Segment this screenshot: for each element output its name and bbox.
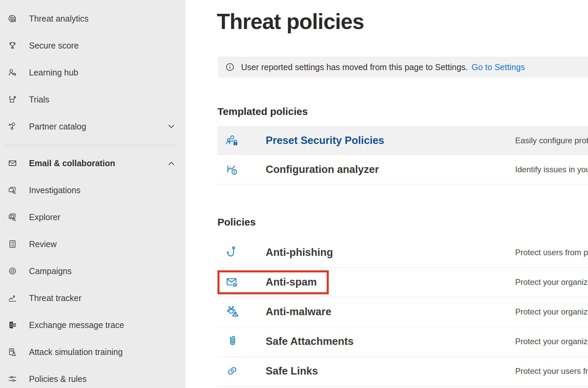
sidebar-item-label: Learning hub	[29, 68, 78, 78]
campaigns-icon	[7, 266, 18, 276]
explorer-icon	[7, 212, 18, 222]
anti-spam-icon	[225, 275, 240, 290]
sidebar-item-threat-analytics[interactable]: Threat analytics	[0, 5, 185, 32]
sidebar-item-label: Email & collaboration	[29, 158, 115, 168]
sidebar-item-learning-hub[interactable]: Learning hub	[0, 59, 185, 86]
sidebar-item-trials[interactable]: Trials	[0, 86, 185, 113]
row-label: Safe Attachments	[266, 335, 354, 348]
sidebar-item-label: Partner catalog	[29, 122, 86, 131]
page-title: Threat policies	[217, 9, 364, 34]
row-preset-security-policies[interactable]: Preset Security Policies Easily configur…	[217, 126, 588, 155]
sidebar-item-label: Trials	[29, 95, 49, 105]
row-description: Protect users from p	[515, 248, 588, 257]
sidebar-item-label: Threat analytics	[29, 14, 88, 24]
info-banner: User reported settings has moved from th…	[218, 57, 588, 78]
row-safe-links[interactable]: Safe Links Protect your users fr	[217, 356, 588, 386]
row-anti-malware[interactable]: Anti-malware Protect your organiz	[217, 297, 588, 327]
row-label: Anti-spam	[266, 276, 317, 288]
info-icon	[225, 62, 235, 72]
anti-phishing-icon	[225, 245, 240, 260]
sidebar-divider	[6, 145, 176, 145]
policies-rules-icon	[7, 374, 18, 384]
row-description: Protect your organiz	[515, 307, 588, 317]
row-label: Anti-phishing	[266, 246, 333, 259]
policies-heading: Policies	[217, 216, 256, 228]
sidebar-item-exchange-message-trace[interactable]: Exchange message trace	[0, 311, 185, 338]
chevron-down-icon[interactable]	[167, 124, 176, 129]
row-safe-attachments[interactable]: Safe Attachments Protect your organiz	[217, 327, 588, 357]
row-configuration-analyzer[interactable]: Configuration analyzer Identify issues i…	[217, 155, 588, 184]
sidebar-item-review[interactable]: Review	[0, 231, 185, 258]
configuration-analyzer-icon	[225, 162, 240, 177]
email-collaboration-icon	[7, 158, 18, 168]
threat-policies-page: Threat analytics Secure score Learni	[0, 0, 588, 388]
partner-catalog-icon	[7, 121, 18, 131]
sidebar-item-campaigns[interactable]: Campaigns	[0, 258, 185, 285]
review-icon	[7, 239, 18, 249]
sidebar-item-label: Threat tracker	[29, 293, 82, 303]
safe-links-icon	[225, 364, 240, 379]
go-to-settings-link[interactable]: Go to Settings	[472, 62, 525, 72]
row-label: Anti-malware	[266, 306, 331, 318]
row-anti-spam[interactable]: Anti-spam Protect your organiz	[217, 267, 588, 297]
row-description: Protect your organiz	[515, 277, 588, 287]
secure-score-icon	[7, 40, 18, 51]
row-anti-phishing[interactable]: Anti-phishing Protect users from p	[217, 238, 588, 268]
sidebar-item-label: Investigations	[29, 185, 81, 195]
preset-security-policies-icon	[225, 133, 240, 148]
row-description: Easily configure prot	[515, 136, 588, 145]
row-description: Protect your users fr	[515, 366, 588, 376]
sidebar-item-label: Secure score	[29, 41, 79, 51]
sidebar-item-label: Policies & rules	[29, 374, 87, 384]
row-label: Safe Links	[266, 365, 318, 377]
sidebar-item-policies-rules[interactable]: Policies & rules	[0, 365, 185, 388]
sidebar-item-label: Campaigns	[29, 266, 71, 276]
banner-text: User reported settings has moved from th…	[241, 62, 468, 72]
sidebar-item-threat-tracker[interactable]: Threat tracker	[0, 285, 185, 311]
row-label: Preset Security Policies	[266, 135, 384, 147]
sidebar-item-explorer[interactable]: Explorer	[0, 204, 185, 231]
exchange-message-trace-icon	[7, 320, 18, 330]
learning-hub-icon	[7, 67, 18, 78]
trials-icon	[7, 94, 18, 105]
sidebar: Threat analytics Secure score Learni	[0, 0, 185, 388]
main-content: Threat policies User reported settings h…	[185, 0, 588, 388]
chevron-up-icon[interactable]	[167, 160, 176, 166]
threat-tracker-icon	[7, 293, 18, 303]
investigations-icon	[7, 185, 18, 195]
sidebar-item-email-collaboration[interactable]: Email & collaboration	[0, 150, 185, 177]
sidebar-item-secure-score[interactable]: Secure score	[0, 32, 185, 59]
threat-analytics-icon	[7, 13, 18, 24]
sidebar-item-label: Exchange message trace	[29, 320, 124, 330]
sidebar-item-attack-simulation-training[interactable]: Attack simulation training	[0, 338, 185, 365]
sidebar-item-investigations[interactable]: Investigations	[0, 177, 185, 204]
sidebar-item-label: Attack simulation training	[29, 347, 123, 357]
attack-simulation-training-icon	[7, 347, 18, 357]
safe-attachments-icon	[225, 334, 240, 349]
row-label: Configuration analyzer	[266, 163, 379, 176]
row-description: Identify issues in you	[515, 165, 588, 174]
templated-policies-heading: Templated policies	[217, 106, 308, 117]
sidebar-item-label: Review	[29, 239, 57, 249]
sidebar-item-label: Explorer	[29, 212, 60, 222]
anti-malware-icon	[225, 304, 240, 319]
sidebar-item-partner-catalog[interactable]: Partner catalog	[0, 113, 185, 140]
row-description: Protect your organiz	[515, 337, 588, 346]
